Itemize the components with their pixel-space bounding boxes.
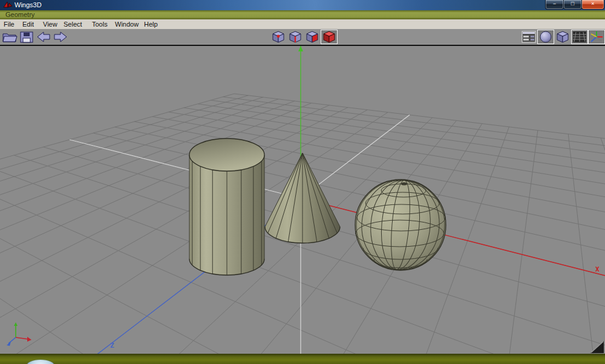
select-mode-vertex-button[interactable] [270, 30, 286, 44]
wireframe-cube-icon [555, 30, 571, 44]
toolbar [0, 29, 605, 46]
wings3d-window: X Z Wings3D − □ × Geometry File [0, 0, 605, 364]
open-folder-icon [2, 30, 18, 44]
edge-mode-cube-icon [287, 30, 303, 44]
redo-arrow-icon [53, 30, 68, 44]
select-mode-edge-button[interactable] [287, 30, 303, 44]
save-floppy-icon [19, 30, 34, 44]
undo-button[interactable] [36, 30, 51, 44]
wings3d-logo-icon [4, 1, 13, 8]
menu-help[interactable]: Help [144, 21, 158, 28]
title-bar[interactable]: Wings3D − □ × [0, 0, 605, 10]
z-axis-label: Z [110, 342, 114, 349]
x-axis-label: X [595, 265, 600, 273]
status-bar [0, 354, 605, 364]
select-mode-face-button[interactable] [304, 30, 320, 44]
close-button[interactable]: × [581, 0, 604, 10]
redo-button[interactable] [53, 30, 68, 44]
menu-window[interactable]: Window [115, 21, 139, 28]
menu-file[interactable]: File [4, 21, 15, 28]
smooth-preview-button[interactable] [538, 30, 554, 44]
geometry-window-title: Geometry [5, 11, 34, 18]
geometry-graph-button[interactable] [521, 30, 537, 44]
menu-select[interactable]: Select [64, 21, 82, 28]
geometry-graph-icon [522, 30, 536, 44]
open-file-button[interactable] [2, 30, 18, 44]
maximize-button[interactable]: □ [563, 0, 582, 10]
minimize-button[interactable]: − [545, 0, 564, 10]
menu-bar: File Edit View Select Tools Window Help [0, 19, 605, 29]
menu-view[interactable]: View [43, 21, 57, 28]
menu-edit[interactable]: Edit [22, 21, 34, 28]
ground-plane-icon [572, 30, 587, 44]
save-button[interactable] [19, 30, 34, 44]
window-title: Wings3D [15, 1, 42, 8]
smooth-sphere-icon [538, 30, 554, 44]
menu-tools[interactable]: Tools [92, 21, 108, 28]
wireframe-cube-button[interactable] [555, 30, 571, 44]
show-axes-button[interactable] [589, 30, 604, 44]
geometry-window-bar[interactable]: Geometry [0, 10, 605, 20]
viewport-3d[interactable]: X Z [0, 0, 605, 364]
select-mode-body-button[interactable] [321, 30, 337, 44]
body-mode-cube-icon [321, 30, 337, 44]
vertex-mode-cube-icon [270, 30, 286, 44]
face-mode-cube-icon [304, 30, 320, 44]
taskbar-start-orb[interactable] [27, 360, 54, 364]
cylinder-object[interactable] [189, 138, 264, 275]
undo-arrow-icon [36, 30, 51, 44]
show-ground-plane-button[interactable] [572, 30, 587, 44]
axes-icon [589, 30, 604, 44]
